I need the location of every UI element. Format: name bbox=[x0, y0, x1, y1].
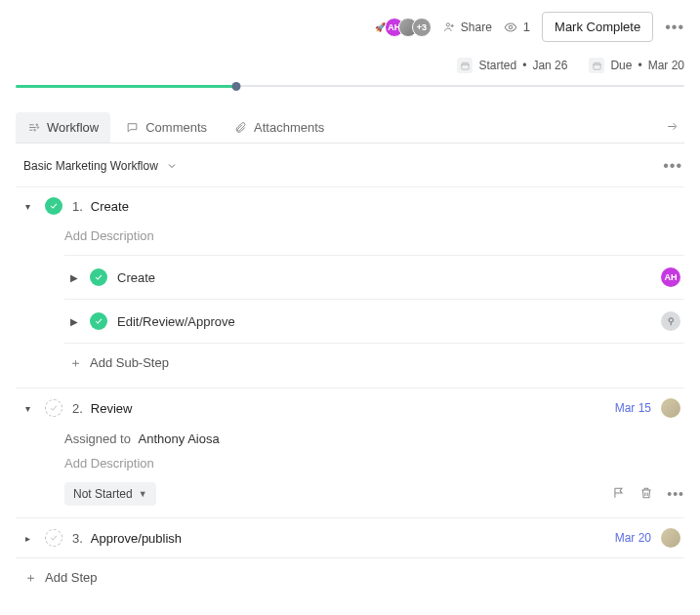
status-label: Not Started bbox=[73, 487, 133, 501]
started-date-chip[interactable]: Started • Jan 26 bbox=[457, 58, 567, 73]
step-more-button[interactable]: ••• bbox=[667, 486, 684, 503]
comment-icon bbox=[126, 121, 139, 134]
assignee-avatar[interactable]: AH bbox=[661, 267, 680, 287]
expand-toggle[interactable]: ▸ bbox=[20, 533, 35, 544]
collapse-panel-button[interactable] bbox=[660, 114, 684, 142]
assigned-to-label: Assigned to bbox=[64, 431, 131, 446]
delete-icon[interactable] bbox=[639, 486, 653, 503]
share-label: Share bbox=[461, 20, 492, 34]
status-pending-icon[interactable] bbox=[45, 529, 62, 547]
svg-rect-3 bbox=[594, 62, 600, 68]
step-due-date[interactable]: Mar 20 bbox=[615, 531, 651, 545]
calendar-icon bbox=[589, 58, 604, 73]
due-prefix: Due bbox=[610, 59, 632, 72]
step-number: 3. bbox=[72, 531, 83, 546]
assignee-name: Anthony Aiosa bbox=[139, 431, 220, 446]
assignee-avatar[interactable] bbox=[661, 528, 680, 548]
assignee-avatar[interactable]: ⚲ bbox=[661, 311, 680, 331]
due-date-chip[interactable]: Due • Mar 20 bbox=[589, 58, 684, 73]
tab-comments[interactable]: Comments bbox=[114, 112, 219, 143]
header-bar: 🚀 AH +3 Share 1 Mark Complete ••• bbox=[16, 12, 684, 42]
svg-point-1 bbox=[509, 25, 513, 29]
workflow-selector[interactable]: Basic Marketing Workflow bbox=[23, 159, 178, 173]
started-prefix: Started bbox=[478, 59, 516, 72]
tab-attachments[interactable]: Attachments bbox=[223, 112, 336, 143]
step-create: ▾ 1. Create Add Description ▶ Create AH … bbox=[16, 187, 684, 389]
plus-icon: ＋ bbox=[68, 356, 82, 370]
expand-toggle[interactable]: ▶ bbox=[68, 272, 80, 283]
step-number: 1. bbox=[72, 199, 83, 214]
add-description-field[interactable]: Add Description bbox=[64, 456, 684, 471]
tab-attachments-label: Attachments bbox=[254, 120, 324, 135]
status-pending-icon[interactable] bbox=[45, 399, 62, 417]
tab-workflow-label: Workflow bbox=[47, 120, 99, 135]
workflow-title: Basic Marketing Workflow bbox=[23, 159, 158, 173]
substep-edit-review-approve[interactable]: ▶ Edit/Review/Approve ⚲ bbox=[64, 299, 684, 343]
step-title[interactable]: Review bbox=[91, 401, 605, 416]
status-done-icon bbox=[90, 312, 107, 330]
substep-title: Create bbox=[117, 270, 651, 285]
chevron-down-icon: ▼ bbox=[139, 489, 147, 499]
step-number: 2. bbox=[72, 401, 83, 416]
add-substep-label: Add Sub-Step bbox=[90, 355, 169, 370]
substep-create[interactable]: ▶ Create AH bbox=[64, 255, 684, 299]
tab-bar: Workflow Comments Attachments bbox=[16, 112, 684, 144]
avatar-stack[interactable]: 🚀 AH +3 bbox=[371, 18, 432, 37]
add-substep-button[interactable]: ＋ Add Sub-Step bbox=[64, 343, 684, 382]
more-menu-button[interactable]: ••• bbox=[665, 19, 684, 36]
progress-bar[interactable] bbox=[16, 83, 684, 89]
calendar-icon bbox=[457, 58, 473, 73]
step-approve-publish: ▸ 3. Approve/publish Mar 20 bbox=[16, 518, 684, 558]
step-due-date[interactable]: Mar 15 bbox=[615, 401, 651, 415]
watch-count[interactable]: 1 bbox=[504, 20, 530, 34]
svg-point-0 bbox=[446, 23, 449, 26]
add-step-button[interactable]: ＋ Add Step bbox=[16, 558, 684, 596]
due-date: Mar 20 bbox=[648, 59, 684, 72]
dates-row: Started • Jan 26 Due • Mar 20 bbox=[16, 58, 684, 73]
chevron-down-icon bbox=[166, 160, 178, 172]
plus-icon: ＋ bbox=[23, 571, 37, 585]
workflow-more-button[interactable]: ••• bbox=[663, 157, 682, 175]
assigned-to-row[interactable]: Assigned to Anthony Aiosa bbox=[64, 431, 684, 446]
svg-point-6 bbox=[34, 129, 36, 131]
status-done-icon bbox=[90, 268, 107, 286]
expand-toggle[interactable]: ▶ bbox=[68, 316, 80, 327]
svg-rect-2 bbox=[462, 62, 469, 68]
mark-complete-button[interactable]: Mark Complete bbox=[542, 12, 653, 42]
add-description-field[interactable]: Add Description bbox=[64, 228, 684, 243]
substep-title: Edit/Review/Approve bbox=[117, 314, 651, 329]
attachment-icon bbox=[234, 121, 247, 134]
svg-point-5 bbox=[37, 127, 39, 129]
flag-icon[interactable] bbox=[612, 486, 626, 503]
share-button[interactable]: Share bbox=[443, 20, 492, 34]
tab-workflow[interactable]: Workflow bbox=[16, 112, 110, 143]
eye-icon bbox=[504, 20, 517, 34]
step-title[interactable]: Create bbox=[91, 199, 680, 214]
step-review: ▾ 2. Review Mar 15 Assigned to Anthony A… bbox=[16, 389, 684, 518]
add-step-label: Add Step bbox=[45, 570, 98, 585]
share-icon bbox=[443, 20, 456, 33]
svg-point-4 bbox=[36, 124, 38, 126]
tab-comments-label: Comments bbox=[145, 120, 207, 135]
step-title[interactable]: Approve/publish bbox=[91, 531, 605, 546]
assignee-avatar[interactable] bbox=[661, 398, 680, 418]
status-done-icon[interactable] bbox=[45, 197, 62, 215]
watch-number: 1 bbox=[523, 20, 530, 34]
expand-toggle[interactable]: ▾ bbox=[20, 403, 35, 414]
started-date: Jan 26 bbox=[532, 59, 567, 72]
expand-toggle[interactable]: ▾ bbox=[20, 201, 35, 212]
status-dropdown[interactable]: Not Started ▼ bbox=[64, 482, 156, 506]
workflow-icon bbox=[27, 121, 40, 134]
avatar-more: +3 bbox=[412, 18, 432, 37]
